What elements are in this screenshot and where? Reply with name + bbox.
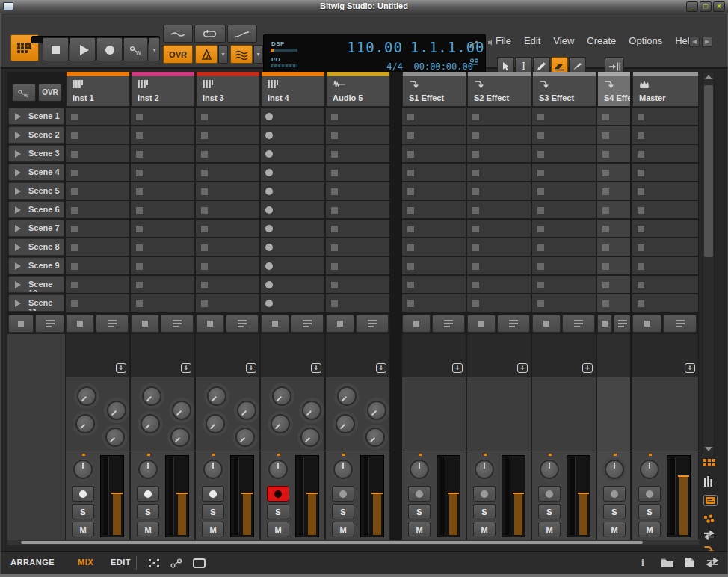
clip-slot[interactable] bbox=[532, 126, 596, 144]
send-knob[interactable] bbox=[299, 398, 324, 423]
clip-slot[interactable] bbox=[597, 182, 631, 200]
clip-slot[interactable] bbox=[467, 238, 531, 256]
scene-row-7[interactable]: Scene 7 bbox=[8, 220, 64, 237]
clip-slot[interactable] bbox=[597, 238, 631, 256]
clip-slot[interactable] bbox=[326, 145, 389, 162]
scene-alt-button[interactable] bbox=[35, 315, 64, 333]
track-header-s1-effect[interactable]: S1 Effect bbox=[402, 72, 466, 107]
scene-row-2[interactable]: Scene 2 bbox=[8, 126, 64, 144]
pan-knob[interactable] bbox=[331, 457, 355, 481]
solo-button[interactable]: S bbox=[332, 504, 354, 519]
clip-slot[interactable] bbox=[597, 257, 631, 274]
clip-slot[interactable] bbox=[532, 257, 596, 274]
clip-slot[interactable] bbox=[261, 294, 324, 312]
clip-slot[interactable] bbox=[467, 145, 531, 162]
send-knob[interactable] bbox=[269, 383, 294, 409]
add-device-button[interactable]: + bbox=[582, 363, 593, 373]
send-knob[interactable] bbox=[333, 411, 358, 436]
tab-mix[interactable]: MIX bbox=[78, 558, 93, 567]
clip-slot[interactable] bbox=[196, 126, 259, 144]
track-alt-button[interactable] bbox=[497, 315, 530, 333]
track-alt-button[interactable] bbox=[562, 315, 595, 333]
clip-slot[interactable] bbox=[326, 108, 389, 125]
clip-slot[interactable] bbox=[326, 164, 389, 181]
project-folder-icon[interactable] bbox=[661, 558, 674, 568]
track-stop-button[interactable] bbox=[196, 315, 224, 333]
clip-slot[interactable] bbox=[66, 201, 129, 218]
send-knob[interactable] bbox=[102, 425, 128, 450]
device-chain-area[interactable] bbox=[597, 334, 631, 377]
scene-row-5[interactable]: Scene 5 bbox=[8, 182, 64, 200]
clip-slot[interactable] bbox=[632, 201, 698, 218]
clip-slot[interactable] bbox=[131, 201, 194, 218]
device-chain-area[interactable]: + bbox=[261, 334, 324, 377]
mute-button[interactable]: M bbox=[267, 522, 289, 537]
send-knob[interactable] bbox=[364, 398, 389, 423]
track-stop-button[interactable] bbox=[632, 315, 661, 333]
pan-knob[interactable] bbox=[201, 457, 225, 481]
pan-knob[interactable] bbox=[638, 457, 661, 481]
session-overdub-button[interactable]: OVR bbox=[38, 84, 62, 102]
clip-slot[interactable] bbox=[66, 294, 129, 312]
window-frame-bottom[interactable] bbox=[0, 574, 728, 577]
io-transfer-icon[interactable] bbox=[706, 558, 719, 567]
pan-knob[interactable] bbox=[136, 457, 160, 481]
clip-slot[interactable] bbox=[597, 294, 631, 312]
clip-slot[interactable] bbox=[597, 108, 631, 125]
clip-slot[interactable] bbox=[632, 164, 698, 181]
clip-slot[interactable] bbox=[261, 126, 324, 144]
horizontal-scroll-thumb[interactable] bbox=[21, 541, 643, 544]
scene-row-11[interactable]: Scene 11 bbox=[8, 294, 64, 312]
clip-slot[interactable] bbox=[261, 164, 324, 181]
clip-slot[interactable] bbox=[597, 126, 631, 144]
clip-slot[interactable] bbox=[196, 276, 259, 293]
device-chain-area[interactable]: + bbox=[467, 334, 531, 377]
send-knob[interactable] bbox=[204, 383, 229, 409]
clip-slot[interactable] bbox=[326, 257, 389, 274]
track-stop-button[interactable] bbox=[402, 315, 431, 333]
clip-slot[interactable] bbox=[632, 126, 698, 144]
clip-slot[interactable] bbox=[326, 182, 389, 200]
pan-knob[interactable] bbox=[537, 457, 561, 481]
clip-slot[interactable] bbox=[131, 182, 194, 200]
automation-link-icon[interactable] bbox=[170, 558, 182, 568]
clip-slot[interactable] bbox=[402, 145, 466, 162]
volume-fader[interactable] bbox=[295, 455, 319, 537]
clip-slot[interactable] bbox=[597, 201, 631, 218]
clip-slot[interactable] bbox=[632, 276, 698, 293]
pan-knob[interactable] bbox=[71, 457, 95, 481]
add-device-button[interactable]: + bbox=[116, 363, 126, 373]
device-chain-area[interactable]: + bbox=[632, 334, 698, 377]
send-knob[interactable] bbox=[167, 425, 193, 450]
clip-slot[interactable] bbox=[402, 182, 466, 200]
track-alt-button[interactable] bbox=[96, 315, 129, 333]
add-device-button[interactable]: + bbox=[181, 363, 191, 373]
mute-button[interactable]: M bbox=[408, 522, 431, 537]
clip-slot[interactable] bbox=[632, 238, 698, 256]
clip-slot[interactable] bbox=[402, 257, 466, 274]
clip-slot[interactable] bbox=[261, 182, 324, 200]
solo-button[interactable]: S bbox=[267, 504, 289, 519]
track-stop-button[interactable] bbox=[131, 315, 159, 333]
record-arm-button[interactable] bbox=[202, 486, 224, 502]
add-device-button[interactable]: + bbox=[311, 363, 321, 373]
device-chain-area[interactable]: + bbox=[402, 334, 466, 377]
track-alt-button[interactable] bbox=[614, 315, 631, 333]
clip-slot[interactable] bbox=[632, 257, 698, 274]
clip-slot[interactable] bbox=[131, 108, 194, 125]
track-stop-button[interactable] bbox=[261, 315, 289, 333]
pan-knob[interactable] bbox=[602, 457, 626, 481]
solo-button[interactable]: S bbox=[72, 504, 94, 519]
clip-slot[interactable] bbox=[66, 164, 129, 181]
clip-slot[interactable] bbox=[326, 220, 389, 237]
clip-slot[interactable] bbox=[402, 126, 466, 144]
clip-slot[interactable] bbox=[66, 257, 129, 274]
volume-fader[interactable] bbox=[165, 455, 189, 537]
mute-button[interactable]: M bbox=[137, 522, 159, 537]
track-header-s3-effect[interactable]: S3 Effect bbox=[532, 72, 596, 107]
scene-row-9[interactable]: Scene 9 bbox=[8, 257, 64, 274]
clip-slot[interactable] bbox=[196, 257, 259, 274]
send-knob[interactable] bbox=[234, 398, 259, 423]
track-alt-button[interactable] bbox=[663, 315, 697, 333]
clip-slot[interactable] bbox=[467, 126, 531, 144]
